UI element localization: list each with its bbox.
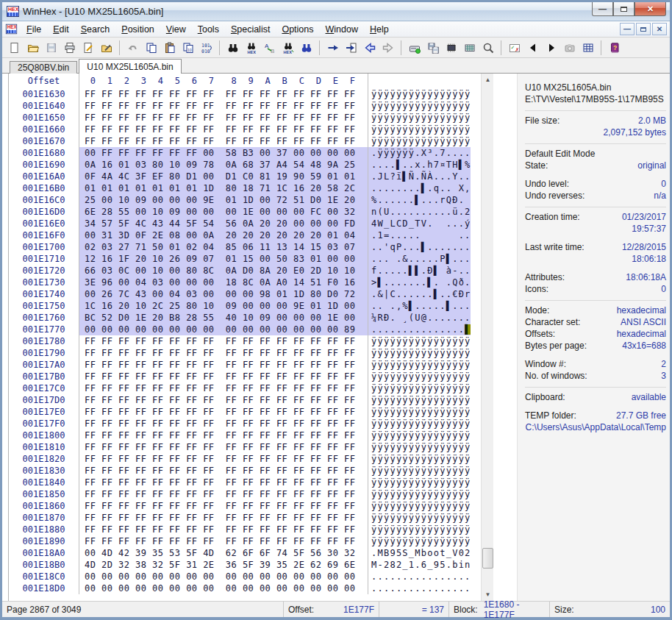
analyze-button[interactable]: ✓✗: [505, 39, 523, 57]
properties-button[interactable]: [79, 39, 97, 57]
hex-row-ascii[interactable]: .JL?ï▌Ñ.ÑÀ...Y..: [368, 171, 471, 182]
status-decimal[interactable]: = 137: [379, 602, 449, 617]
hex-row-ascii[interactable]: 4W_LCD_TV. ...ý: [368, 218, 471, 229]
hex-row-bytes[interactable]: 34 57 5F 4C 43 44 5F 54 56 0A 20 20 00 0…: [79, 218, 368, 229]
info-value[interactable]: 01/23/2017: [622, 211, 666, 223]
hex-row-ascii[interactable]: ÿÿÿÿÿÿÿÿÿÿÿÿÿÿÿÿ: [368, 477, 471, 488]
hex-row-bytes[interactable]: 25 00 10 09 00 00 00 9E 01 1D 00 72 51 D…: [79, 194, 368, 206]
hex-row-bytes[interactable]: FF FF FF FF FF FF FF FF FF FF FF FF FF F…: [79, 335, 368, 347]
mdi-restore-button[interactable]: [636, 23, 651, 35]
replace-hex-button[interactable]: HEX: [279, 39, 297, 57]
hex-row-bytes[interactable]: FF FF FF FF FF FF FF FF FF FF FF FF FF F…: [79, 465, 368, 477]
hex-row-ascii[interactable]: ÿÿÿÿÿÿÿÿÿÿÿÿÿÿÿÿ: [368, 371, 471, 382]
hex-row-bytes[interactable]: FF FF FF FF FF FF FF FF FF FF FF FF FF F…: [79, 135, 368, 147]
hex-row-bytes[interactable]: FF FF FF FF FF FF FF FF FF FF FF FF FF F…: [79, 394, 368, 406]
calculator-button[interactable]: [460, 39, 479, 57]
menu-position[interactable]: Position: [115, 23, 160, 36]
info-value[interactable]: 27.7 GB free: [616, 410, 666, 421]
edit-cursor[interactable]: ▌: [465, 324, 471, 335]
menu-window[interactable]: Window: [320, 23, 364, 36]
hex-row-ascii[interactable]: ................: [368, 582, 471, 594]
hex-row-ascii[interactable]: ÿÿÿÿÿÿÿÿÿÿÿÿÿÿÿÿ: [368, 112, 471, 124]
paste-button[interactable]: [160, 39, 179, 57]
hex-row-bytes[interactable]: 00 FF FF FF FF FF FF 00 58 B3 00 37 00 0…: [79, 147, 368, 159]
edit-attributes-button[interactable]: [97, 39, 115, 57]
hex-row-ascii[interactable]: %......▌...rQÐ.: [368, 194, 471, 206]
minimize-button[interactable]: —: [592, 2, 613, 16]
vertical-scrollbar[interactable]: ▲ ▼: [481, 74, 493, 601]
hex-row-bytes[interactable]: FF FF FF FF FF FF FF FF FF FF FF FF FF F…: [79, 535, 368, 547]
hex-row-bytes[interactable]: 3E 96 00 04 03 00 00 00 18 8C 0A A0 14 5…: [79, 277, 368, 288]
hex-row-bytes[interactable]: 66 03 0C 00 10 00 80 8C 0A D0 8A 20 E0 2…: [79, 265, 368, 277]
menu-help[interactable]: Help: [364, 23, 395, 36]
info-value[interactable]: 2.0 MB: [638, 115, 666, 127]
hex-row-bytes[interactable]: FF FF FF FF FF FF FF FF FF FF FF FF FF F…: [79, 453, 368, 465]
hex-row-ascii[interactable]: ................: [368, 571, 471, 582]
info-value[interactable]: 43x16=688: [622, 340, 666, 352]
preview-button[interactable]: [479, 39, 497, 57]
new-file-button[interactable]: [5, 39, 24, 57]
hex-row-bytes[interactable]: 00 31 3D 0F 2E 08 00 0A 20 20 20 20 20 2…: [79, 229, 368, 241]
hex-row-bytes[interactable]: 12 16 1F 20 10 26 09 07 01 15 00 50 83 0…: [79, 253, 368, 265]
mdi-close-button[interactable]: ✕: [652, 23, 667, 35]
tab-1[interactable]: U10 MX25L1605A.bin: [79, 59, 181, 74]
undo-button[interactable]: [124, 39, 142, 57]
copy-bits-button[interactable]: 10: [179, 39, 197, 57]
hex-row-bytes[interactable]: 00 4D 42 39 35 53 5F 4D 62 6F 6F 74 5F 5…: [79, 547, 368, 559]
menu-file[interactable]: File: [21, 23, 47, 36]
print-button[interactable]: [60, 39, 79, 57]
hex-row-bytes[interactable]: 00 00 00 00 00 00 00 00 00 00 00 00 00 0…: [79, 571, 368, 582]
hex-row-bytes[interactable]: 02 03 27 71 50 01 02 04 85 06 11 13 14 1…: [79, 241, 368, 253]
scrollbar-thumb[interactable]: [482, 548, 493, 569]
copy-button[interactable]: [142, 39, 160, 57]
hex-row-ascii[interactable]: ÿÿÿÿÿÿÿÿÿÿÿÿÿÿÿÿ: [368, 124, 471, 135]
hex-row-bytes[interactable]: 1C 16 20 10 2C 25 80 10 09 00 00 00 9E 0…: [79, 300, 368, 312]
help-button[interactable]: ?: [605, 39, 623, 57]
hex-row-bytes[interactable]: FF FF FF FF FF FF FF FF FF FF FF FF FF F…: [79, 500, 368, 512]
hex-row-ascii[interactable]: ÿÿÿÿÿÿÿÿÿÿÿÿÿÿÿÿ: [368, 135, 471, 147]
hex-row-ascii[interactable]: ..'qP...▌.......: [368, 241, 471, 253]
hex-row-ascii[interactable]: >▌.......▌. .Qð.: [368, 277, 471, 288]
hex-row-ascii[interactable]: .&|C......▌..€Ðr: [368, 288, 471, 300]
info-value[interactable]: 0: [661, 178, 666, 190]
hex-row-bytes[interactable]: FF FF FF FF FF FF FF FF FF FF FF FF FF F…: [79, 100, 368, 112]
hex-row-ascii[interactable]: ÿÿÿÿÿÿÿÿÿÿÿÿÿÿÿÿ: [368, 88, 471, 100]
hex-row-ascii[interactable]: ... .&.....P▌...: [368, 253, 471, 265]
menu-view[interactable]: View: [160, 23, 192, 36]
menu-search[interactable]: Search: [75, 23, 116, 36]
hex-row-ascii[interactable]: ÿÿÿÿÿÿÿÿÿÿÿÿÿÿÿÿ: [368, 394, 471, 406]
hex-row-ascii[interactable]: ÿÿÿÿÿÿÿÿÿÿÿÿÿÿÿÿ: [368, 488, 471, 500]
hex-row-ascii[interactable]: ...............▌: [368, 324, 471, 335]
status-offset[interactable]: Offset: 1E177F: [284, 602, 379, 617]
hex-row-bytes[interactable]: 00 00 00 00 00 00 00 00 00 00 00 00 00 0…: [79, 324, 368, 335]
info-value[interactable]: original: [637, 160, 666, 171]
hex-row-ascii[interactable]: .MB95S_Mboot_V02: [368, 547, 471, 559]
hex-row-ascii[interactable]: ¼RÐ. ¸(U@.......: [368, 312, 471, 324]
replace-text-button[interactable]: AB: [260, 39, 279, 57]
hex-row-ascii[interactable]: ÿÿÿÿÿÿÿÿÿÿÿÿÿÿÿÿ: [368, 535, 471, 547]
hex-row-ascii[interactable]: ÿÿÿÿÿÿÿÿÿÿÿÿÿÿÿÿ: [368, 406, 471, 418]
hex-row-ascii[interactable]: ÿÿÿÿÿÿÿÿÿÿÿÿÿÿÿÿ: [368, 512, 471, 524]
open-folder-button[interactable]: [24, 39, 42, 57]
hex-row-bytes[interactable]: FF FF FF FF FF FF FF FF FF FF FF FF FF F…: [79, 524, 368, 535]
hex-row-ascii[interactable]: M-282_1.6_95.bin: [368, 559, 471, 571]
hex-row-bytes[interactable]: FF FF FF FF FF FF FF FF FF FF FF FF FF F…: [79, 512, 368, 524]
backup-disk-button[interactable]: [423, 39, 442, 57]
hex-row-bytes[interactable]: 4D 2D 32 38 32 5F 31 2E 36 5F 39 35 2E 6…: [79, 559, 368, 571]
hex-row-bytes[interactable]: FF FF FF FF FF FF FF FF FF FF FF FF FF F…: [79, 477, 368, 488]
previous-file-button[interactable]: [523, 39, 542, 57]
hex-row-bytes[interactable]: FF FF FF FF FF FF FF FF FF FF FF FF FF F…: [79, 382, 368, 394]
hex-row-bytes[interactable]: 00 00 00 00 00 00 00 00 00 00 00 00 00 0…: [79, 582, 368, 594]
tab-0[interactable]: 25Q80BV.bin: [10, 61, 77, 74]
hex-row-bytes[interactable]: FF FF FF FF FF FF FF FF FF FF FF FF FF F…: [79, 441, 368, 453]
hex-row-ascii[interactable]: ÿÿÿÿÿÿÿÿÿÿÿÿÿÿÿÿ: [368, 382, 471, 394]
info-value[interactable]: hexadecimal: [617, 328, 666, 340]
maximize-button[interactable]: [613, 2, 635, 16]
hex-row-bytes[interactable]: 0A 16 01 03 80 10 09 78 0A 68 37 A4 54 4…: [79, 159, 368, 171]
goto-offset-button[interactable]: [324, 39, 342, 57]
hex-row-ascii[interactable]: ÿÿÿÿÿÿÿÿÿÿÿÿÿÿÿÿ: [368, 335, 471, 347]
hex-row-bytes[interactable]: FF FF FF FF FF FF FF FF FF FF FF FF FF F…: [79, 112, 368, 124]
hex-row-ascii[interactable]: ÿÿÿÿÿÿÿÿÿÿÿÿÿÿÿÿ: [368, 347, 471, 359]
hex-row-bytes[interactable]: BC 52 D0 1E 20 B8 28 55 40 10 09 00 00 0…: [79, 312, 368, 324]
info-value[interactable]: ANSI ASCII: [621, 316, 666, 328]
